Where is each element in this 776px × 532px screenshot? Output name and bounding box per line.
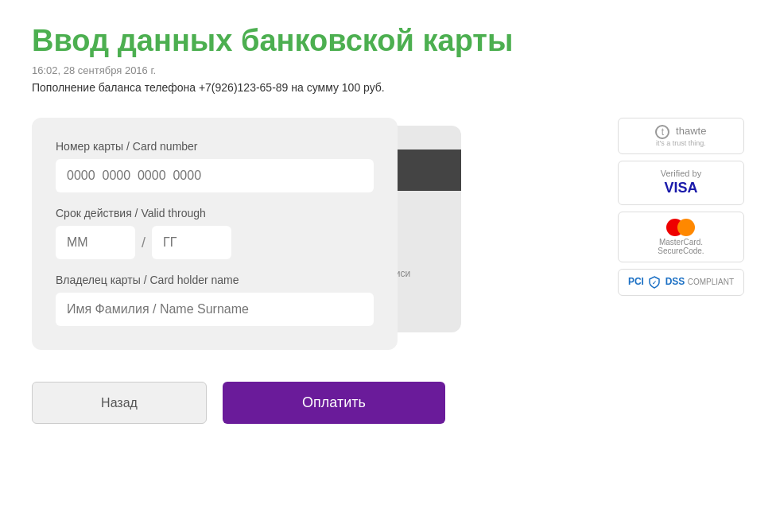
holder-label: Владелец карты / Card holder name [56,274,374,286]
thawte-icon: t [655,125,669,139]
mc-logo [628,219,734,236]
bottom-buttons: Назад Оплатить [32,382,744,424]
page-subtitle: 16:02, 28 сентября 2016 г. [32,64,744,76]
expiry-mm-input[interactable] [56,226,135,259]
thawte-badge: t thawte it's a trust thing. [618,118,744,154]
card-number-label: Номер карты / Card number [56,140,374,153]
mc-line1: MasterCard. [628,238,734,247]
back-button[interactable]: Назад [32,382,207,424]
card-front: Номер карты / Card number Срок действия … [32,118,398,350]
pci-dss: DSS [665,276,685,287]
expiry-yy-input[interactable] [152,226,231,259]
expiry-row: / [56,226,374,259]
page-description: Пополнение баланса телефона +7(926)123-6… [32,81,744,94]
mc-line2: SecureCode. [628,247,734,255]
verified-by-visa-badge: Verified by VISA [618,161,744,205]
thawte-name: thawte [676,125,706,137]
expiry-slash: / [142,235,146,251]
holder-input[interactable] [56,293,374,326]
mc-circle-orange [677,219,695,236]
pci-compliant: COMPLIANT [688,278,734,286]
main-content: CVV/CVC Последние 3 цифры на полосе для … [32,118,744,350]
card-number-input[interactable] [56,159,374,192]
card-section: CVV/CVC Последние 3 цифры на полосе для … [32,118,586,350]
pci-label: PCI [628,276,644,287]
mastercard-badge: MasterCard. SecureCode. [618,212,744,262]
security-badges: t thawte it's a trust thing. Verified by… [618,118,744,296]
pci-shield-icon: ✓ [648,276,661,289]
svg-text:✓: ✓ [652,280,657,285]
visa-line1: Verified by [628,168,734,179]
thawte-tagline: it's a trust thing. [628,139,734,147]
expiry-label: Срок действия / Valid through [56,207,374,219]
page-title: Ввод данных банковской карты [32,24,744,58]
pci-badge: PCI ✓ DSS COMPLIANT [618,269,744,296]
visa-line2: VISA [628,179,734,197]
pay-button[interactable]: Оплатить [223,382,445,424]
